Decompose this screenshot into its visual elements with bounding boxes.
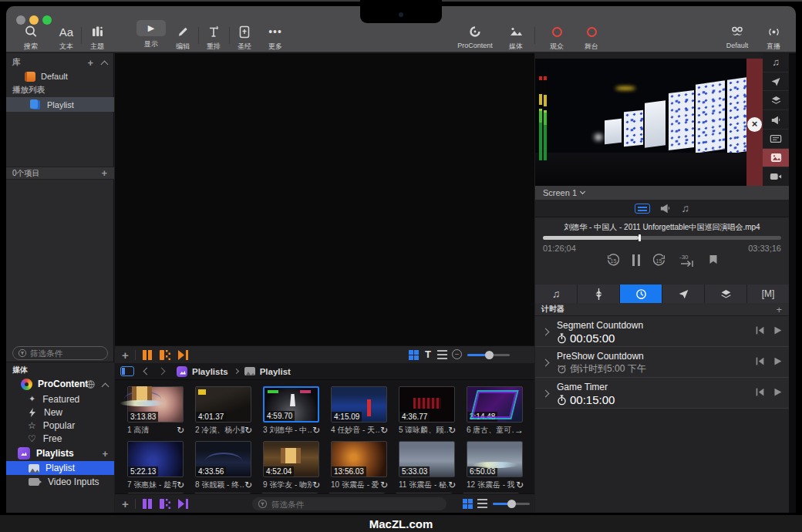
sidebar-toggle-icon[interactable] xyxy=(120,366,134,376)
bookmark-button[interactable] xyxy=(708,254,719,267)
media-item[interactable]: 4:36.77 5 谭咏麟、顾…↻ xyxy=(399,386,467,438)
screen-selector[interactable]: Screen 1 xyxy=(535,186,789,200)
procontent-nav-item[interactable]: ProContent xyxy=(6,376,114,392)
media-size-slider[interactable] xyxy=(493,503,530,505)
collapse-procontent-icon[interactable] xyxy=(102,383,110,391)
clear-slide-icon[interactable] xyxy=(143,350,152,360)
media-playlist-item[interactable]: Playlist xyxy=(6,461,114,475)
add-media-icon[interactable]: + xyxy=(122,497,129,510)
breadcrumb-current[interactable]: Playlist xyxy=(260,367,291,376)
media-thumbnail[interactable]: 4:36.77 xyxy=(399,386,455,423)
media-thumbnail[interactable]: 4:15.09 xyxy=(331,386,387,423)
tab-audio-levels[interactable] xyxy=(578,285,620,303)
start-timer-icon[interactable] xyxy=(773,356,783,366)
media-thumbnail[interactable]: 4:52.04 xyxy=(263,441,319,477)
playback-progress-bar[interactable] xyxy=(543,236,781,240)
media-item[interactable]: 4:33.56 8 张靓颖 - 终…↻ xyxy=(195,441,263,493)
grid-view-icon[interactable] xyxy=(409,350,413,355)
media-button[interactable]: 媒体 xyxy=(497,24,534,52)
expand-chevron-icon[interactable] xyxy=(542,328,550,336)
loop-icon[interactable]: ↻ xyxy=(516,480,528,490)
timer-row-segment[interactable]: Segment Countdown 00:05:00 xyxy=(535,316,789,347)
playlist-filter-input[interactable] xyxy=(30,348,96,358)
theme-button[interactable]: 主题 xyxy=(79,24,116,52)
timer-row-game[interactable]: Game Timer 00:15:00 xyxy=(535,378,789,409)
media-item[interactable]: 13:56.03 10 张震岳 - 爱…↻ xyxy=(331,441,399,493)
media-filter-field[interactable] xyxy=(252,497,446,510)
media-pause-bars-icon[interactable] xyxy=(143,499,152,509)
add-media-playlist-icon[interactable]: + xyxy=(102,448,108,460)
media-thumbnail[interactable]: 4:33.56 xyxy=(195,441,251,477)
loop-icon[interactable]: ↻ xyxy=(380,425,393,436)
media-thumbnail[interactable]: 6:50.03 xyxy=(467,441,523,477)
text-view-icon[interactable]: T xyxy=(425,348,431,360)
thumbnail-size-slider[interactable] xyxy=(467,354,510,356)
library-item-default[interactable]: Default xyxy=(6,69,114,83)
nav-item-free[interactable]: ♡ Free xyxy=(6,432,114,445)
loop-icon[interactable]: ↻ xyxy=(380,480,393,490)
video-inputs-item[interactable]: Video Inputs xyxy=(6,475,114,489)
forward-icon[interactable] xyxy=(158,368,166,375)
zoom-out-icon[interactable]: – xyxy=(452,349,462,359)
expand-chevron-icon[interactable] xyxy=(542,359,550,367)
media-item-selected[interactable]: 4:59.70 3 刘德华 - 中…↻ xyxy=(263,386,331,438)
slide-preview-mode-icon[interactable] xyxy=(635,204,650,214)
media-skip-icon[interactable] xyxy=(178,499,190,509)
megaphone-icon[interactable] xyxy=(659,203,672,214)
clear-media-close-button[interactable]: × xyxy=(747,117,762,132)
reset-timer-icon[interactable] xyxy=(755,356,765,366)
loop-icon[interactable]: ↻ xyxy=(244,425,257,436)
output-preview[interactable] xyxy=(535,59,746,186)
default-look-button[interactable]: Default xyxy=(716,24,759,49)
loop-icon[interactable]: ↻ xyxy=(177,480,189,490)
media-item[interactable]: 5:33.03 11 张震岳 - 秘…↻ xyxy=(399,441,467,493)
search-button[interactable]: 搜索 xyxy=(12,24,49,52)
video-input-layer-tab[interactable] xyxy=(763,167,789,186)
skip-to-last-30-button[interactable]: -30 xyxy=(678,253,696,268)
media-item[interactable]: 4:01.37 2 冷漠、杨小曼…↻ xyxy=(195,386,263,438)
media-thumbnail[interactable]: 3:14.48 xyxy=(467,386,523,423)
nav-item-featured[interactable]: ✦ Featured xyxy=(6,392,114,406)
media-thumbnail[interactable]: 4:59.70 xyxy=(263,386,319,423)
media-filter-input[interactable] xyxy=(271,500,418,509)
playlist-filter-field[interactable] xyxy=(12,346,108,360)
add-library-icon[interactable]: + xyxy=(87,57,93,69)
media-playlists-nav-item[interactable]: Playlists + xyxy=(6,446,114,461)
back-icon[interactable] xyxy=(143,368,151,375)
tab-audio[interactable]: ♫ xyxy=(535,285,578,303)
clear-media-icon[interactable] xyxy=(160,350,170,360)
props-layer-tab[interactable] xyxy=(763,91,789,110)
media-thumbnail[interactable]: 5:33.03 xyxy=(399,441,455,477)
loop-icon[interactable]: ↻ xyxy=(312,425,325,436)
live-button[interactable]: 直播 xyxy=(755,24,792,52)
loop-icon[interactable]: ↻ xyxy=(448,480,460,490)
clear-all-icon[interactable] xyxy=(178,350,190,360)
media-layer-tab-active[interactable] xyxy=(763,149,789,168)
more-button[interactable]: ••• 更多 xyxy=(257,24,294,52)
nav-item-popular[interactable]: ☆ Popular xyxy=(6,419,114,432)
stage-screen-button[interactable]: 舞台 xyxy=(573,24,610,52)
presentation-canvas[interactable] xyxy=(115,53,534,345)
music-note-icon[interactable]: ♫ xyxy=(681,202,689,214)
media-item[interactable]: 6:50.03 12 张震岳 - 我…↻ xyxy=(467,441,534,493)
list-view-icon[interactable] xyxy=(437,350,447,359)
playlist-item[interactable]: Playlist xyxy=(6,97,114,112)
media-item[interactable]: 3:14.48 6 唐古、童可…→ xyxy=(467,386,534,438)
audience-screen-button[interactable]: 观众 xyxy=(538,24,575,52)
messages-layer-tab[interactable] xyxy=(763,72,789,92)
media-grid-dots-icon[interactable] xyxy=(160,499,170,509)
collapse-library-icon[interactable] xyxy=(101,61,109,69)
advance-arrow-icon[interactable]: → xyxy=(514,425,528,436)
nav-item-new[interactable]: New xyxy=(6,406,114,419)
media-item[interactable]: 4:52.04 9 张学友 - 吻别…↻ xyxy=(263,441,331,493)
announcements-layer-tab[interactable] xyxy=(763,110,789,130)
media-thumbnail[interactable]: 5:22.13 xyxy=(127,441,184,477)
media-item[interactable]: 5:22.13 7 张惠妹 - 趁早…↻ xyxy=(127,441,195,493)
tab-layers[interactable] xyxy=(705,285,747,303)
slide-layer-tab[interactable] xyxy=(763,130,789,149)
globe-icon[interactable] xyxy=(86,379,96,389)
expand-chevron-icon[interactable] xyxy=(542,390,550,398)
skip-forward-15-button[interactable]: 15 xyxy=(652,253,666,268)
tab-timers-active[interactable] xyxy=(620,285,662,303)
breadcrumb-root[interactable]: Playlists xyxy=(192,367,228,376)
